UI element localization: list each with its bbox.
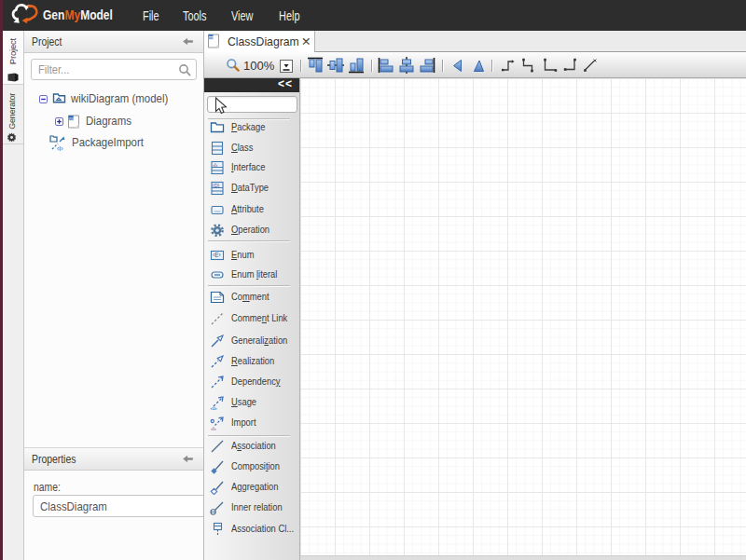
svg-text:(D): (D) bbox=[213, 183, 220, 188]
svg-text:‹ū›: ‹ū› bbox=[211, 404, 217, 410]
svg-text:‹E›: ‹E› bbox=[213, 252, 221, 258]
svg-text:‹I›: ‹I› bbox=[211, 425, 216, 430]
svg-text:‹I›: ‹I› bbox=[213, 162, 217, 168]
svg-text:‹I›: ‹I› bbox=[57, 145, 63, 152]
